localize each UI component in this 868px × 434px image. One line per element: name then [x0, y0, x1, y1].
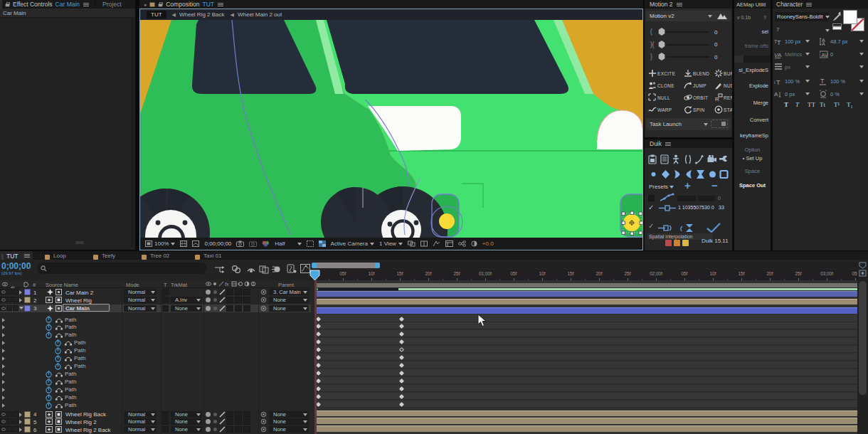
slider-value[interactable]: 0	[714, 41, 717, 48]
duik-wrench-icon[interactable]	[719, 154, 729, 164]
stopwatch-icon[interactable]	[46, 394, 52, 401]
draft3d-icon[interactable]	[231, 265, 241, 274]
expand-arrow[interactable]	[2, 318, 5, 322]
blend-mode-select[interactable]: Normal	[124, 418, 157, 425]
t-header[interactable]: T	[164, 282, 167, 288]
char-baseline-value[interactable]: 0 px	[785, 91, 795, 97]
layer-name[interactable]: Wheel Rig	[65, 297, 92, 304]
parent-select[interactable]: None	[269, 411, 309, 418]
time-navigator-thumb[interactable]	[314, 263, 378, 268]
aemap-option-space-out[interactable]: Space Out	[734, 182, 771, 189]
frame-blend-icon[interactable]	[259, 265, 269, 274]
stopwatch-icon[interactable]	[46, 332, 52, 339]
char-tsume-value[interactable]: 0 %	[830, 91, 840, 97]
panel-menu-icon[interactable]	[24, 253, 30, 258]
path-property-row[interactable]: Path	[0, 362, 311, 370]
tab-project[interactable]: Project	[102, 1, 121, 8]
duik-spring-checkbox[interactable]	[648, 195, 655, 201]
resolution-select[interactable]: Half	[275, 240, 301, 247]
duik-hourglass-icon[interactable]	[679, 223, 694, 233]
path-property-row[interactable]: Path	[0, 331, 311, 339]
composition-viewport-canvas[interactable]	[140, 20, 642, 238]
fast-previews-icon[interactable]	[433, 240, 440, 247]
parent-select[interactable]: None	[269, 305, 309, 312]
trkmat-header[interactable]: TrkMat	[171, 282, 187, 288]
panel-menu-icon[interactable]	[806, 2, 812, 7]
tab-motion2[interactable]: Motion 2	[650, 1, 673, 8]
layer-fx-switch[interactable]	[219, 289, 226, 295]
path-property-row[interactable]: Path	[0, 370, 311, 378]
font-family-arrow[interactable]	[825, 16, 830, 18]
3d-switch-icon[interactable]	[250, 281, 256, 287]
layer-bar-car-main-selected[interactable]	[314, 307, 857, 314]
motion-tool-null[interactable]: NULL	[648, 92, 681, 103]
path-track-row[interactable]	[314, 385, 857, 392]
motion-tool-excite[interactable]: EXCITE	[648, 68, 681, 79]
char-size-value[interactable]: 100 px	[785, 38, 801, 45]
layer-eye-switch[interactable]	[206, 290, 211, 295]
tab-timeline-Tree-02[interactable]: Tree 02	[139, 251, 186, 260]
motion-tool-blend[interactable]: BLEND	[684, 68, 716, 79]
trkmat-select[interactable]: None	[171, 426, 202, 433]
layer-eye-switch[interactable]	[206, 297, 211, 302]
duik-kf-linear-icon[interactable]	[649, 169, 658, 179]
solo-toggle[interactable]	[13, 289, 18, 295]
font-style-value[interactable]: 7	[776, 26, 779, 33]
tab-timeline-Loop[interactable]: Loop	[43, 251, 90, 260]
path-property-row[interactable]: Path	[0, 346, 311, 354]
audio-toggle[interactable]	[6, 418, 12, 424]
fx-switch-icon[interactable]: fx	[225, 281, 231, 287]
solo-toggle[interactable]	[13, 297, 18, 302]
slider-track[interactable]	[667, 56, 709, 58]
switch-cell[interactable]	[235, 418, 242, 425]
duik-list-icon[interactable]	[660, 154, 670, 164]
expand-arrow[interactable]	[2, 372, 5, 376]
pixel-aspect-icon[interactable]	[420, 240, 428, 247]
layer-bar-wheel-rig-2[interactable]	[314, 418, 857, 424]
duik-clipboard-icon[interactable]	[648, 154, 658, 164]
safe-areas-icon[interactable]	[180, 240, 187, 247]
roi-icon[interactable]	[307, 240, 314, 247]
blend-mode-select[interactable]: Normal	[124, 426, 157, 433]
motion-tool-jump[interactable]: JUMP	[684, 80, 716, 91]
solo-toggle[interactable]	[13, 411, 18, 417]
path-track-row[interactable]	[314, 346, 857, 353]
all-caps-button[interactable]: TT	[808, 101, 815, 108]
parent-pickwhip-icon[interactable]	[260, 289, 267, 295]
stopwatch-icon[interactable]	[55, 355, 61, 362]
timeline-vscrollbar[interactable]	[857, 260, 868, 434]
layer-label-swatch[interactable]	[24, 418, 31, 425]
preserve-transparency-toggle[interactable]	[162, 418, 169, 425]
motion-logo-icon[interactable]	[716, 12, 728, 20]
blend-mode-select[interactable]: Normal	[124, 297, 157, 303]
duik-spring-slider-2[interactable]	[698, 196, 715, 201]
switch-cell[interactable]	[235, 297, 242, 303]
expand-arrow[interactable]	[2, 380, 5, 384]
char-dropdown-arrow[interactable]	[805, 53, 810, 55]
expand-arrow[interactable]	[2, 333, 5, 337]
parent-select[interactable]: None	[269, 426, 309, 433]
solo-toggle[interactable]	[13, 305, 18, 311]
duik-ik-curve-icon[interactable]	[695, 154, 705, 164]
switch-cell[interactable]	[243, 411, 250, 418]
expand-arrow[interactable]	[19, 420, 22, 424]
aemap-button-frame-offs[interactable]: frame offs	[745, 43, 768, 49]
char-hscale-value[interactable]: 100 %	[830, 78, 845, 85]
font-style-arrow[interactable]	[825, 29, 830, 32]
audio-toggle[interactable]	[6, 297, 12, 302]
audio-toggle[interactable]	[6, 411, 12, 417]
layer-label-swatch[interactable]	[24, 426, 31, 433]
aemap-button-merge[interactable]: Merge	[753, 100, 768, 106]
mini-flowchart-icon[interactable]	[214, 265, 226, 274]
blend-mode-select[interactable]: Normal	[124, 289, 157, 295]
layer-fx-switch[interactable]	[219, 297, 226, 303]
current-timecode[interactable]: 0;00;00	[1, 261, 31, 271]
layer-fx-switch[interactable]	[219, 411, 226, 418]
duik-spatial-checkbox[interactable]: ✓	[648, 222, 654, 230]
nav-comp-link-1[interactable]: Wheel Rig 2 Back	[179, 11, 225, 18]
duik-ik-checkbox[interactable]: ✓	[648, 203, 654, 211]
slider-value[interactable]: 0	[714, 29, 717, 36]
path-track-row[interactable]	[314, 361, 857, 369]
faux-italic-button[interactable]: T	[795, 101, 799, 108]
expand-arrow[interactable]	[19, 290, 22, 295]
